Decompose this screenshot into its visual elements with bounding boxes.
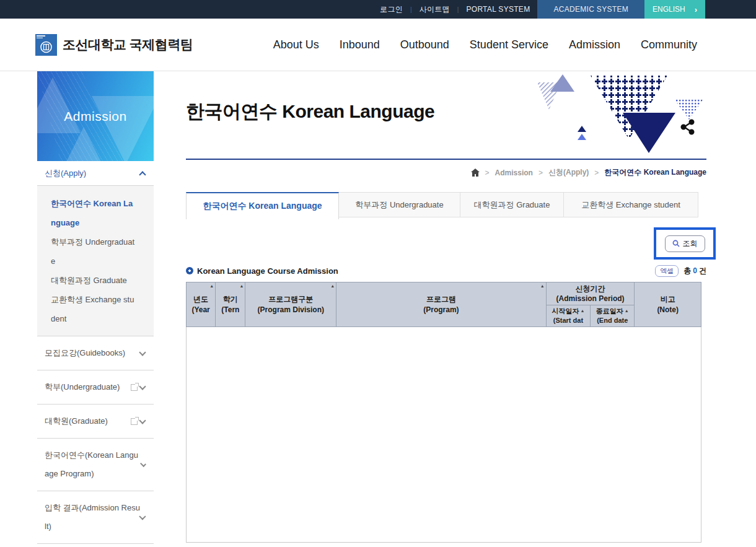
sort-icon: ▲ bbox=[330, 283, 335, 289]
sidebar-item-label: 학부(Undergraduate) bbox=[45, 378, 128, 396]
tab-undergraduate[interactable]: 학부과정 Undergraduate bbox=[339, 192, 460, 217]
section-title-label: Korean Language Course Admission bbox=[197, 266, 338, 276]
external-link-icon bbox=[131, 418, 138, 425]
annotation-highlight-box: 조회 bbox=[654, 227, 716, 260]
utility-bar: 로그인 | 사이트맵 | PORTAL SYSTEM ACADEMIC SYST… bbox=[0, 0, 756, 19]
breadcrumb-current-page: 한국어연수 Korean Language bbox=[604, 167, 706, 178]
column-header-program[interactable]: ▲ 프로그램 (Program) bbox=[336, 282, 547, 327]
excel-export-button[interactable]: 엑셀 bbox=[655, 265, 679, 277]
column-header-end-date[interactable]: 종료일자▲ (End date bbox=[591, 305, 635, 327]
header-label-en: (Year bbox=[187, 305, 214, 315]
sidebar-item-label: 대학원(Graduate) bbox=[45, 412, 128, 431]
portal-system-link[interactable]: PORTAL SYSTEM bbox=[459, 0, 537, 19]
sidebar-item-apply[interactable]: 신청(Apply) bbox=[37, 161, 154, 186]
page-body: Admission 신청(Apply) 한국어연수 Korean Languag… bbox=[0, 71, 756, 547]
chevron-right-icon: › bbox=[695, 5, 697, 14]
nav-student-service[interactable]: Student Service bbox=[470, 38, 548, 51]
admission-table: ▲ 년도 (Year ▲ 학기 (Tern ▲ 프로그램구분 (Program … bbox=[186, 282, 701, 543]
nav-outbound[interactable]: Outbound bbox=[400, 38, 449, 51]
total-count-text: 총0건 bbox=[683, 266, 706, 276]
header-label-en: (Admission Period) bbox=[547, 294, 634, 304]
sidebar-subitem-undergraduate[interactable]: 학부과정 Undergraduate bbox=[37, 232, 154, 271]
nav-admission[interactable]: Admission bbox=[569, 38, 620, 51]
breadcrumb: > Admission > 신청(Apply) > 한국어연수 Korean L… bbox=[186, 167, 706, 178]
column-header-start-date[interactable]: 시작일자▲ (Start dat bbox=[546, 305, 590, 327]
sidebar-item-label: 모집요강(Guidebooks) bbox=[45, 344, 140, 362]
sidebar-subitem-korean-language[interactable]: 한국어연수 Korean Language bbox=[37, 194, 154, 232]
search-icon bbox=[672, 240, 680, 247]
tab-bar: 한국어연수 Korean Language 학부과정 Undergraduate… bbox=[186, 192, 706, 219]
language-selector[interactable]: ENGLISH › bbox=[644, 0, 705, 19]
header-label-en: (Program) bbox=[337, 305, 545, 315]
sidebar-item-korean-language-program[interactable]: 한국어연수(Korean Language Program) bbox=[37, 439, 154, 491]
section-actions: 엑셀 총0건 bbox=[655, 265, 706, 277]
triangle-art-decoration bbox=[533, 71, 706, 158]
university-emblem-icon bbox=[35, 34, 57, 56]
header-label-ko: 년도 bbox=[187, 294, 214, 304]
sort-icon: ▲ bbox=[540, 283, 545, 289]
empty-table-body bbox=[187, 327, 701, 543]
home-icon[interactable] bbox=[471, 168, 480, 177]
tab-exchange-student[interactable]: 교환학생 Exchange student bbox=[564, 192, 698, 217]
header-label-ko: 시작일자 bbox=[552, 307, 579, 315]
chevron-down-icon bbox=[139, 349, 146, 356]
header-label-en: (Tern bbox=[216, 305, 244, 315]
column-header-note[interactable]: 비고 (Note) bbox=[635, 282, 701, 327]
title-block: 한국어연수 Korean Language bbox=[186, 71, 706, 160]
tab-korean-language[interactable]: 한국어연수 Korean Language bbox=[186, 192, 339, 219]
main-content: 한국어연수 Korean Language bbox=[186, 71, 706, 543]
nav-community[interactable]: Community bbox=[641, 38, 697, 51]
total-prefix: 총 bbox=[683, 266, 691, 275]
sidebar-item-label: 한국어연수(Korean Language Program) bbox=[45, 446, 141, 483]
academic-system-link[interactable]: ACADEMIC SYSTEM bbox=[537, 0, 644, 19]
logo-text: 조선대학교 국제협력팀 bbox=[63, 36, 193, 53]
column-header-program-division[interactable]: ▲ 프로그램구분 (Program Division) bbox=[245, 282, 336, 327]
share-icon bbox=[682, 120, 694, 134]
section-header: Korean Language Course Admission 엑셀 총0건 bbox=[186, 265, 706, 277]
chevron-down-icon bbox=[139, 417, 146, 424]
column-header-year[interactable]: ▲ 년도 (Year bbox=[187, 282, 216, 327]
sidebar-item-gks[interactable]: 정부초청장학생(GKS) bbox=[37, 544, 154, 547]
login-link[interactable]: 로그인 bbox=[372, 0, 410, 19]
sidebar-item-graduate[interactable]: 대학원(Graduate) bbox=[37, 405, 154, 439]
header-label-en: (End date bbox=[591, 316, 633, 325]
header-label-ko: 비고 bbox=[635, 294, 700, 304]
total-suffix: 건 bbox=[699, 266, 706, 275]
sidebar-subitem-exchange-student[interactable]: 교환학생 Exchange student bbox=[37, 290, 154, 328]
search-row: 조회 bbox=[186, 219, 706, 265]
column-header-admission-period[interactable]: 신청기간 (Admission Period) bbox=[546, 282, 635, 305]
language-label: ENGLISH bbox=[653, 5, 685, 14]
sidebar-banner: Admission bbox=[37, 71, 154, 161]
search-button-label: 조회 bbox=[683, 238, 698, 249]
header-label-ko: 학기 bbox=[216, 294, 244, 304]
total-count: 0 bbox=[691, 266, 699, 275]
sidebar-submenu: 한국어연수 Korean Language 학부과정 Undergraduate… bbox=[37, 186, 154, 336]
breadcrumb-separator: > bbox=[538, 168, 543, 177]
header-label-en: (Program Division) bbox=[246, 305, 335, 315]
header-label-ko: 종료일자 bbox=[596, 307, 623, 315]
nav-about-us[interactable]: About Us bbox=[273, 38, 319, 51]
header-label-ko: 프로그램 bbox=[337, 294, 545, 304]
sitemap-link[interactable]: 사이트맵 bbox=[412, 0, 457, 19]
sidebar-item-guidebooks[interactable]: 모집요강(Guidebooks) bbox=[37, 336, 154, 370]
breadcrumb-admission[interactable]: Admission bbox=[495, 168, 533, 177]
site-logo[interactable]: 조선대학교 국제협력팀 bbox=[35, 34, 193, 56]
main-navigation: About Us Inbound Outbound Student Servic… bbox=[273, 38, 697, 51]
nav-inbound[interactable]: Inbound bbox=[340, 38, 380, 51]
sidebar-banner-title: Admission bbox=[64, 109, 126, 124]
breadcrumb-separator: > bbox=[594, 168, 599, 177]
column-header-term[interactable]: ▲ 학기 (Tern bbox=[216, 282, 245, 327]
breadcrumb-separator: > bbox=[485, 168, 490, 177]
sidebar-item-undergraduate[interactable]: 학부(Undergraduate) bbox=[37, 370, 154, 405]
search-button[interactable]: 조회 bbox=[665, 235, 705, 252]
sort-icon: ▲ bbox=[240, 283, 244, 289]
sidebar-item-admission-result[interactable]: 입학 결과(Admission Result) bbox=[37, 491, 154, 544]
tab-graduate[interactable]: 대학원과정 Graduate bbox=[460, 192, 564, 217]
site-header: 조선대학교 국제협력팀 About Us Inbound Outbound St… bbox=[0, 19, 756, 71]
sidebar-item-label: 신청(Apply) bbox=[45, 168, 86, 179]
external-link-icon bbox=[131, 384, 138, 391]
breadcrumb-apply[interactable]: 신청(Apply) bbox=[548, 167, 589, 178]
bullet-icon bbox=[186, 267, 193, 274]
header-label-en: (Note) bbox=[635, 305, 700, 315]
sidebar-subitem-graduate[interactable]: 대학원과정 Graduate bbox=[37, 271, 154, 290]
